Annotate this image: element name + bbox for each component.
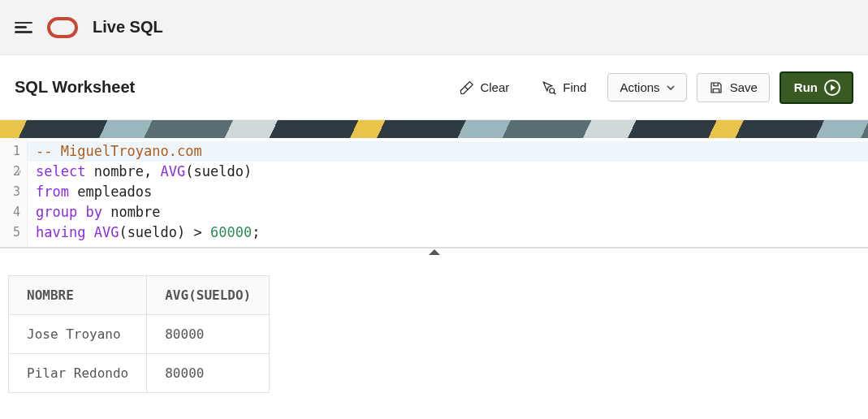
page-toolbar: SQL Worksheet Clear Find Actions Save Ru… <box>0 55 868 120</box>
table-cell: Jose Troyano <box>9 315 147 354</box>
run-button[interactable]: Run <box>779 71 853 104</box>
eraser-icon <box>459 80 473 95</box>
run-label: Run <box>794 80 818 94</box>
actions-dropdown[interactable]: Actions <box>607 73 686 102</box>
app-title: Live SQL <box>93 18 163 37</box>
table-cell: Pilar Redondo <box>9 354 147 393</box>
svg-marker-1 <box>429 249 440 255</box>
clear-button[interactable]: Clear <box>447 74 520 102</box>
oracle-logo-icon <box>47 17 78 38</box>
results-pane: NOMBREAVG(SUELDO) Jose Troyano80000Pilar… <box>0 259 868 409</box>
results-table: NOMBREAVG(SUELDO) Jose Troyano80000Pilar… <box>8 275 270 393</box>
editor-gutter: 12v345 <box>0 138 28 247</box>
column-header: AVG(SUELDO) <box>147 276 270 315</box>
table-cell: 80000 <box>147 354 270 393</box>
save-label: Save <box>730 80 758 94</box>
editor-code[interactable]: -- MiguelTroyano.comselect nombre, AVG(s… <box>28 138 868 247</box>
table-row: Pilar Redondo80000 <box>9 354 270 393</box>
app-topbar: Live SQL <box>0 0 868 55</box>
find-label: Find <box>563 80 586 94</box>
clear-label: Clear <box>480 80 509 94</box>
decorative-strip <box>0 120 868 138</box>
play-icon <box>824 80 840 96</box>
results-header-row: NOMBREAVG(SUELDO) <box>9 276 270 315</box>
actions-label: Actions <box>620 80 659 94</box>
table-cell: 80000 <box>147 315 270 354</box>
menu-icon[interactable] <box>15 22 32 33</box>
column-header: NOMBRE <box>9 276 147 315</box>
sql-editor[interactable]: 12v345 -- MiguelTroyano.comselect nombre… <box>0 138 868 248</box>
save-button[interactable]: Save <box>697 73 770 102</box>
splitter-handle-icon[interactable] <box>422 248 447 255</box>
find-button[interactable]: Find <box>530 74 598 102</box>
cursor-search-icon <box>542 80 556 95</box>
splitter[interactable] <box>0 248 868 259</box>
table-row: Jose Troyano80000 <box>9 315 270 354</box>
chevron-down-icon <box>667 85 675 90</box>
svg-point-0 <box>550 88 555 93</box>
page-title: SQL Worksheet <box>15 78 135 97</box>
save-icon <box>709 80 723 95</box>
